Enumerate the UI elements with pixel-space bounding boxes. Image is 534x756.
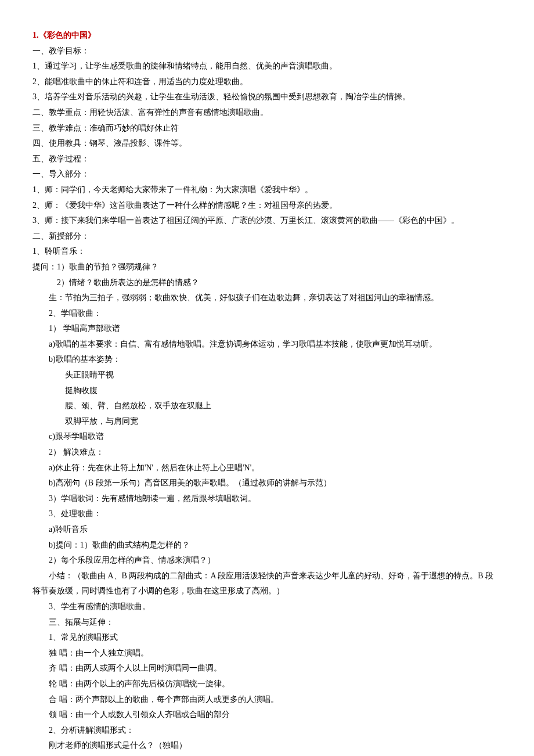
sub-item-3: 3）学唱歌词：先有感情地朗读一遍，然后跟琴填唱歌词。 — [33, 491, 501, 507]
question-2: 2）情绪？歌曲所表达的是怎样的情感？ — [33, 275, 501, 291]
part3-header: 三、拓展与延伸： — [33, 615, 501, 631]
part1-header: 一、导入部分： — [33, 167, 501, 182]
item-a3: a)聆听音乐 — [33, 522, 501, 538]
form-unison-label: 齐 唱： — [49, 664, 75, 672]
sub-item-2: 2） 解决难点： — [33, 445, 501, 460]
part2-item-4: 3、学生有感情的演唱歌曲。 — [33, 599, 501, 615]
part3-item-2: 2、分析讲解演唱形式： — [33, 723, 501, 739]
objective-1: 1、通过学习，让学生感受歌曲的旋律和情绪特点，能用自然、优美的声音演唱歌曲。 — [33, 59, 501, 74]
posture-2: 挺胸收腹 — [33, 383, 501, 399]
section-process: 五、教学过程： — [33, 152, 501, 167]
section-difficulty: 三、教学难点：准确而巧妙的唱好休止符 — [33, 121, 501, 136]
form-round: 轮 唱：由两个以上的声部先后模仿演唱统一旋律。 — [33, 676, 501, 692]
form-lead-desc: 由一个人或数人引领众人齐唱或合唱的部分 — [75, 710, 230, 719]
section-tools: 四、使用教具：钢琴、液晶投影、课件等。 — [33, 136, 501, 152]
part2-header: 二、新授部分： — [33, 229, 501, 244]
posture-1: 头正眼睛平视 — [33, 368, 501, 383]
item-a2: a)休止符：先在休止符上加'N'，然后在休止符上心里唱'N'。 — [33, 460, 501, 476]
item-b1: b)歌唱的基本姿势： — [33, 352, 501, 368]
part3-item-2b: 我们的演唱形式是什么？（齐唱）其实这首歌曲由齐唱与合唱两种演唱形式。因为时间关系… — [33, 754, 501, 756]
item-b3: b)提问：1）歌曲的曲式结构是怎样的？ — [33, 538, 501, 553]
item-a1: a)歌唱的基本要求：自信、富有感情地歌唱。注意协调身体运动，学习歌唱基本技能，使… — [33, 337, 501, 352]
form-lead-label: 领 唱： — [49, 710, 75, 719]
item-c1: c)跟琴学唱歌谱 — [33, 429, 501, 445]
part1-item-2: 2、师：《爱我中华》这首歌曲表达了一种什么样的情感呢？生：对祖国母亲的热爱。 — [33, 198, 501, 214]
objective-3: 3、培养学生对音乐活动的兴趣，让学生在生动活泼、轻松愉悦的氛围中受到思想教育，陶… — [33, 89, 501, 105]
form-chorus-desc: 两个声部以上的歌曲，每个声部由两人或更多的人演唱。 — [75, 695, 279, 704]
section-focus: 二、教学重点：用轻快活泼、富有弹性的声音有感情地演唱歌曲。 — [33, 105, 501, 121]
part2-item-1: 1、聆听音乐： — [33, 244, 501, 260]
posture-4: 双脚平放，与肩同宽 — [33, 414, 501, 430]
form-unison-desc: 由两人或两个人以上同时演唱同一曲调。 — [75, 664, 222, 672]
form-chorus: 合 唱：两个声部以上的歌曲，每个声部由两人或更多的人演唱。 — [33, 692, 501, 708]
form-round-label: 轮 唱： — [49, 679, 75, 688]
question-header: 提问：1）歌曲的节拍？强弱规律？ — [33, 260, 501, 275]
form-solo: 独 唱：由一个人独立演唱。 — [33, 646, 501, 661]
form-unison: 齐 唱：由两人或两个人以上同时演唱同一曲调。 — [33, 661, 501, 676]
form-solo-desc: 由一个人独立演唱。 — [75, 649, 149, 657]
student-answer: 生：节拍为三拍子，强弱弱；歌曲欢快、优美，好似孩子们在边歌边舞，亲切表达了对祖国… — [33, 290, 501, 306]
part1-item-3: 3、师：接下来我们来学唱一首表达了祖国辽阔的平原、广袤的沙漠、万里长江、滚滚黄河… — [33, 213, 501, 229]
summary: 小结：（歌曲由 A、B 两段构成的二部曲式：A 段应用活泼轻快的声音来表达少年儿… — [33, 568, 501, 599]
section-objectives-header: 一、教学目标： — [33, 44, 501, 59]
form-chorus-label: 合 唱： — [49, 695, 75, 704]
part2-item-3: 3、处理歌曲： — [33, 506, 501, 522]
item-b3-2: 2）每个乐段应用怎样的声音、情感来演唱？） — [33, 553, 501, 568]
form-round-desc: 由两个以上的声部先后模仿演唱统一旋律。 — [75, 679, 230, 688]
form-lead: 领 唱：由一个人或数人引领众人齐唱或合唱的部分 — [33, 707, 501, 723]
lesson-title: 1.《彩色的中国》 — [33, 28, 501, 44]
sub-item-1: 1） 学唱高声部歌谱 — [33, 321, 501, 337]
part3-item-2a: 刚才老师的演唱形式是什么？（独唱） — [33, 738, 501, 754]
form-solo-label: 独 唱： — [49, 649, 75, 657]
part3-item-1: 1、常见的演唱形式 — [33, 630, 501, 646]
part1-item-1: 1、师：同学们，今天老师给大家带来了一件礼物：为大家演唱《爱我中华》。 — [33, 182, 501, 198]
item-b2: b)高潮句（B 段第一乐句）高音区用美的歌声歌唱。（通过教师的讲解与示范） — [33, 476, 501, 491]
posture-3: 腰、颈、臂、自然放松，双手放在双腿上 — [33, 398, 501, 414]
part2-item-2: 2、学唱歌曲： — [33, 306, 501, 322]
objective-2: 2、能唱准歌曲中的休止符和连音，用适当的力度处理歌曲。 — [33, 74, 501, 90]
